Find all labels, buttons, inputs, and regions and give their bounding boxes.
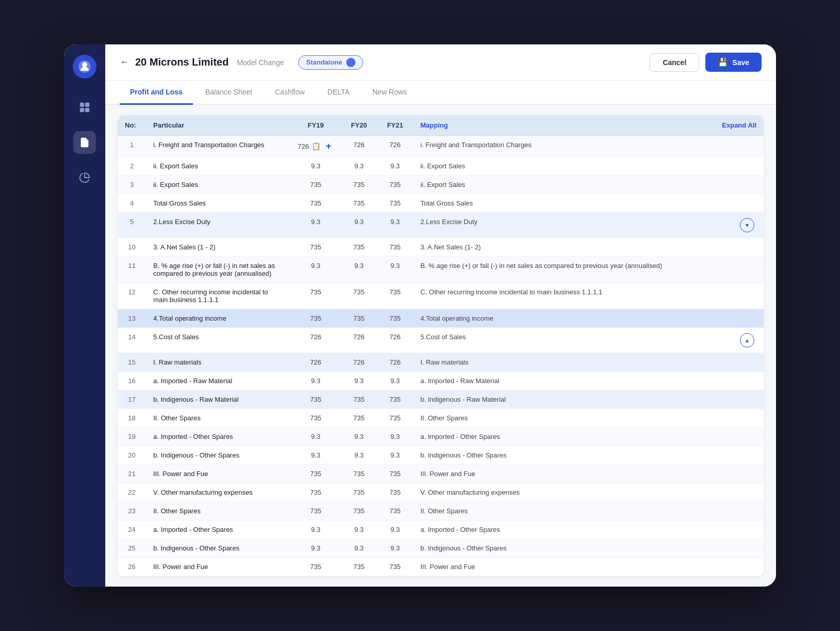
cell-no: 24 xyxy=(118,520,146,539)
cell-fy20: 735 xyxy=(341,502,377,520)
tab-delta[interactable]: DELTA xyxy=(317,81,360,105)
cell-no: 19 xyxy=(118,428,146,446)
cell-fy19: 9.3 xyxy=(290,372,341,390)
cell-fy19: 9.3 xyxy=(290,539,341,558)
cell-particular: III. Power and Fue xyxy=(146,465,290,483)
cell-fy21: 735 xyxy=(377,558,413,576)
cell-fy19: 735 xyxy=(290,483,341,502)
svg-rect-3 xyxy=(85,103,89,107)
table-row: 25b. Indigenous - Other Spares9.39.39.3b… xyxy=(118,539,764,558)
svg-point-1 xyxy=(82,62,87,67)
tab-new-rows[interactable]: New Rows xyxy=(362,81,417,105)
cell-no: 17 xyxy=(118,390,146,409)
cell-fy20: 9.3 xyxy=(341,520,377,539)
cell-no: 10 xyxy=(118,238,146,257)
cell-fy20: 735 xyxy=(341,465,377,483)
app-logo xyxy=(73,55,96,78)
cell-no: 5 xyxy=(118,213,146,238)
col-header-expand-all[interactable]: Expand All xyxy=(707,115,764,136)
cell-no: 21 xyxy=(118,465,146,483)
add-icon[interactable]: + xyxy=(324,141,334,151)
table-row: 2ii. Export Sales9.39.39.3ii. Export Sal… xyxy=(118,157,764,176)
tab-profit-loss[interactable]: Profit and Loss xyxy=(120,81,193,105)
col-header-fy21: FY21 xyxy=(377,115,413,136)
svg-rect-5 xyxy=(85,108,89,112)
tab-cashflow[interactable]: Cashflow xyxy=(265,81,315,105)
cell-no: 26 xyxy=(118,558,146,576)
cell-fy20: 9.3 xyxy=(341,446,377,465)
cell-particular: 2.Less Excise Duty xyxy=(146,213,290,238)
cell-particular: a. Imported - Raw Material xyxy=(146,372,290,390)
save-button[interactable]: 💾 Save xyxy=(705,53,762,72)
cell-mapping: b. Indigenous - Raw Material xyxy=(413,390,707,409)
table-row: 17b. Indigenous - Raw Material735735735b… xyxy=(118,390,764,409)
cell-mapping: a. Imported - Other Spares xyxy=(413,428,707,446)
table-row: 103. A.Net Sales (1 - 2)7357357353. A.Ne… xyxy=(118,238,764,257)
cell-fy20: 9.3 xyxy=(341,257,377,283)
sidebar-icon-doc[interactable] xyxy=(73,131,96,154)
cell-fy21: 9.3 xyxy=(377,157,413,176)
cell-no: 4 xyxy=(118,194,146,213)
cell-fy21: 735 xyxy=(377,283,413,309)
cell-mapping: 3. A.Net Sales (1- 2) xyxy=(413,238,707,257)
cell-particular: b. Indigenous - Other Spares xyxy=(146,446,290,465)
cell-no: 25 xyxy=(118,539,146,558)
cell-fy21: 726 xyxy=(377,328,413,353)
cell-mapping: a. Imported - Raw Material xyxy=(413,372,707,390)
expand-down-button[interactable]: ▾ xyxy=(740,218,754,232)
cell-particular: 4.Total operating income xyxy=(146,309,290,328)
sidebar-icon-chart[interactable] xyxy=(73,166,96,189)
fy19-value: 726 xyxy=(298,143,309,150)
cell-fy21: 9.3 xyxy=(377,446,413,465)
cell-fy20: 735 xyxy=(341,309,377,328)
cell-no: 12 xyxy=(118,283,146,309)
topbar-right: Cancel 💾 Save xyxy=(650,53,762,72)
cell-mapping: III. Power and Fue xyxy=(413,558,707,576)
cell-particular: 5.Cost of Sales xyxy=(146,328,290,353)
cell-fy19: 9.3 xyxy=(290,446,341,465)
cell-mapping: Total Gross Sales xyxy=(413,194,707,213)
cell-mapping: 4.Total operating income xyxy=(413,309,707,328)
standalone-badge[interactable]: Standalone xyxy=(298,55,363,70)
cell-mapping: a. Imported - Other Spares xyxy=(413,520,707,539)
cell-particular: b. Indigenous - Raw Material xyxy=(146,390,290,409)
cell-particular: B. % age rise (+) or fall (-) in net sal… xyxy=(146,257,290,283)
cell-particular: C. Other recurring income incidental to … xyxy=(146,283,290,309)
cell-fy21: 726 xyxy=(377,353,413,372)
cell-fy20: 9.3 xyxy=(341,157,377,176)
cell-expand xyxy=(707,257,764,283)
cancel-button[interactable]: Cancel xyxy=(650,53,699,72)
col-header-fy19: FY19 xyxy=(290,115,341,136)
cell-fy19: 9.3 xyxy=(290,157,341,176)
table-row: 24a. Imported - Other Spares9.39.39.3a. … xyxy=(118,520,764,539)
cell-expand xyxy=(707,520,764,539)
table-row: 11B. % age rise (+) or fall (-) in net s… xyxy=(118,257,764,283)
copy-icon[interactable]: 📋 xyxy=(311,141,321,151)
table-row: 1i. Freight and Transportation Charges 7… xyxy=(118,136,764,157)
cell-fy20: 735 xyxy=(341,409,377,428)
cell-particular: I. Raw materials xyxy=(146,353,290,372)
cell-expand xyxy=(707,390,764,409)
cell-fy21: 9.3 xyxy=(377,428,413,446)
expand-up-button[interactable]: ▴ xyxy=(740,333,754,348)
cell-no: 3 xyxy=(118,176,146,194)
cell-expand[interactable]: ▴ xyxy=(707,328,764,353)
tabs-bar: Profit and Loss Balance Sheet Cashflow D… xyxy=(105,81,776,105)
cell-expand xyxy=(707,136,764,157)
sidebar-icon-grid[interactable] xyxy=(73,96,96,119)
cell-fy20: 9.3 xyxy=(341,213,377,238)
table-row: 26III. Power and Fue735735735III. Power … xyxy=(118,558,764,576)
data-table-container: No: Particular FY19 FY20 FY21 Mapping Ex… xyxy=(118,115,764,576)
cell-fy21: 9.3 xyxy=(377,257,413,283)
cell-fy19: 735 xyxy=(290,283,341,309)
cell-fy19: 9.3 xyxy=(290,213,341,238)
tab-balance-sheet[interactable]: Balance Sheet xyxy=(195,81,263,105)
back-button[interactable]: ← xyxy=(120,57,129,68)
cell-expand xyxy=(707,558,764,576)
cell-expand[interactable]: ▾ xyxy=(707,213,764,238)
cell-fy20: 735 xyxy=(341,283,377,309)
cell-particular: a. Imported - Other Spares xyxy=(146,428,290,446)
cell-no: 2 xyxy=(118,157,146,176)
standalone-toggle[interactable] xyxy=(346,58,356,67)
cell-fy21: 9.3 xyxy=(377,213,413,238)
